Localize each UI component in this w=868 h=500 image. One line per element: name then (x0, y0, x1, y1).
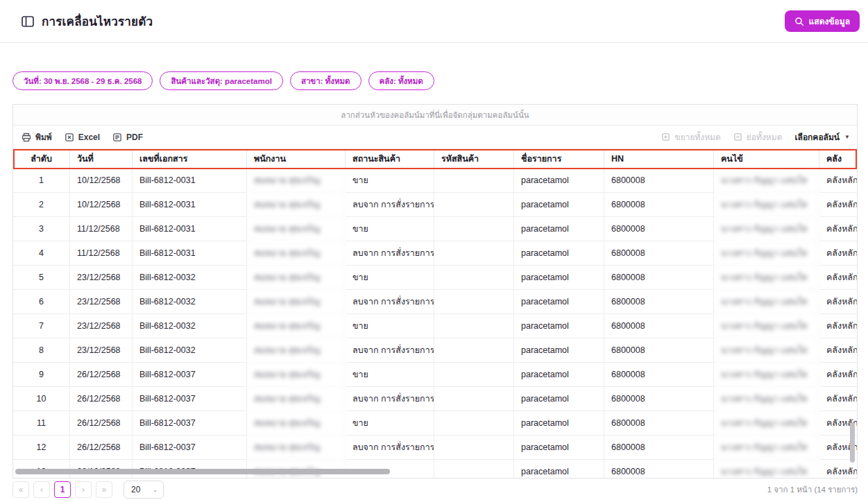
cell-code (434, 387, 514, 411)
cell-no: 3 (13, 217, 70, 241)
cell-warehouse: คลังหลัก (819, 169, 858, 193)
cell-doc-no: Bill-6812-0031 (133, 241, 247, 266)
filter-chip-branch[interactable]: สาขา: ทั้งหมด (290, 71, 361, 90)
cell-doc-no: Bill-6812-0037 (133, 436, 247, 460)
cell-item-name: paracetamol (514, 314, 604, 338)
cell-status: ขาย (346, 411, 434, 436)
cell-code (434, 363, 514, 387)
cell-status: ลบจาก การสั่งรายการ (346, 387, 434, 411)
table-row[interactable]: 12 26/12/2568 Bill-6812-0037 สมหมาย สุขเ… (13, 436, 858, 460)
column-header-doc-no[interactable]: เลขที่เอกสาร (133, 149, 247, 169)
last-page-button[interactable]: » (96, 481, 112, 498)
excel-icon (65, 132, 74, 142)
prev-page-button[interactable]: ‹ (33, 481, 50, 498)
print-button[interactable]: พิมพ์ (22, 130, 52, 144)
column-header-patient[interactable]: คนไข้ (714, 149, 819, 169)
table-row[interactable]: 5 23/12/2568 Bill-6812-0032 สมหมาย สุขเจ… (13, 266, 858, 290)
print-button-label: พิมพ์ (35, 130, 52, 144)
cell-warehouse: คลังหลัก (819, 387, 858, 411)
filter-chip-date[interactable]: วันที่: 30 พ.ย. 2568 - 29 ธ.ค. 2568 (12, 71, 153, 90)
cell-patient: นางสาว กัญญา แสนใส (714, 266, 819, 290)
cell-hn: 6800008 (604, 290, 714, 314)
table-row[interactable]: 11 26/12/2568 Bill-6812-0037 สมหมาย สุขเ… (13, 411, 858, 436)
cell-employee: สมหมาย สุขเจริญ (247, 338, 346, 363)
cell-patient: นางสาว กัญญา แสนใส (714, 338, 819, 363)
table-row[interactable]: 7 23/12/2568 Bill-6812-0032 สมหมาย สุขเจ… (13, 314, 858, 338)
pdf-export-button[interactable]: PDF (112, 132, 143, 142)
cell-date: 11/12/2568 (70, 217, 133, 241)
cell-date: 26/12/2568 (70, 387, 133, 411)
choose-columns-button[interactable]: เลือกคอลัมน์ ▼ (794, 130, 850, 144)
cell-employee: สมหมาย สุขเจริญ (247, 266, 346, 290)
column-header-code[interactable]: รหัสสินค้า (434, 149, 514, 169)
horizontal-scrollbar-thumb[interactable] (15, 469, 390, 474)
table-row[interactable]: 1 10/12/2568 Bill-6812-0031 สมหมาย สุขเจ… (13, 169, 858, 193)
next-page-button[interactable]: › (75, 481, 92, 498)
vertical-scrollbar-thumb[interactable] (850, 422, 855, 463)
cell-no: 7 (13, 314, 70, 338)
cell-no: 6 (13, 290, 70, 314)
table-row[interactable]: 4 11/12/2568 Bill-6812-0031 สมหมาย สุขเจ… (13, 241, 858, 266)
expand-all-icon (661, 132, 670, 141)
chevron-down-icon: ⌄ (153, 487, 158, 493)
collapse-all-button[interactable]: ย่อทั้งหมด (733, 130, 783, 144)
table-row[interactable]: 8 23/12/2568 Bill-6812-0032 สมหมาย สุขเจ… (13, 338, 858, 363)
cell-item-name: paracetamol (514, 338, 604, 363)
cell-doc-no: Bill-6812-0037 (133, 411, 247, 436)
cell-hn: 6800008 (604, 217, 714, 241)
show-data-button-label: แสดงข้อมูล (809, 15, 850, 28)
cell-doc-no: Bill-6812-0031 (133, 217, 247, 241)
cell-status: ขาย (346, 266, 434, 290)
cell-status: ลบจาก การสั่งรายการ (346, 241, 434, 266)
cell-date: 23/12/2568 (70, 338, 133, 363)
cell-status: ลบจาก การสั่งรายการ (346, 338, 434, 363)
cell-warehouse: คลังหลัก (819, 460, 858, 479)
expand-all-button[interactable]: ขยายทั้งหมด (661, 130, 720, 144)
cell-code (434, 290, 514, 314)
cell-status: ลบจาก การสั่งรายการ (346, 193, 434, 217)
column-header-hn[interactable]: HN (604, 149, 714, 169)
column-header-status[interactable]: สถานะสินค้า (346, 149, 434, 169)
cell-employee: สมหมาย สุขเจริญ (247, 217, 346, 241)
cell-hn: 6800008 (604, 411, 714, 436)
column-header-warehouse[interactable]: คลัง (819, 149, 858, 169)
column-header-employee[interactable]: พนักงาน (247, 149, 346, 169)
cell-employee: สมหมาย สุขเจริญ (247, 436, 346, 460)
cell-doc-no: Bill-6812-0032 (133, 290, 247, 314)
page-1-button[interactable]: 1 (54, 481, 71, 498)
page-size-select[interactable]: 20 ⌄ (124, 481, 164, 499)
cell-status: ขาย (346, 314, 434, 338)
first-page-button[interactable]: « (12, 481, 29, 498)
excel-export-button[interactable]: Excel (65, 132, 100, 142)
cell-date: 23/12/2568 (70, 314, 133, 338)
cell-date: 10/12/2568 (70, 169, 133, 193)
cell-hn: 6800008 (604, 193, 714, 217)
cell-employee: สมหมาย สุขเจริญ (247, 193, 346, 217)
table-row[interactable]: 6 23/12/2568 Bill-6812-0032 สมหมาย สุขเจ… (13, 290, 858, 314)
page-title: การเคลื่อนไหวรายตัว (42, 12, 153, 31)
cell-warehouse: คลังหลัก (819, 338, 858, 363)
cell-code (434, 266, 514, 290)
column-header-no[interactable]: ลำดับ (13, 149, 70, 169)
cell-patient: นางสาว กัญญา แสนใส (714, 436, 819, 460)
table-row[interactable]: 3 11/12/2568 Bill-6812-0031 สมหมาย สุขเจ… (13, 217, 858, 241)
table-row[interactable]: 2 10/12/2568 Bill-6812-0031 สมหมาย สุขเจ… (13, 193, 858, 217)
pdf-button-label: PDF (126, 132, 143, 142)
column-header-item-name[interactable]: ชื่อรายการ (514, 149, 604, 169)
cell-hn: 6800008 (604, 241, 714, 266)
cell-status: ลบจาก การสั่งรายการ (346, 290, 434, 314)
table-row[interactable]: 10 26/12/2568 Bill-6812-0037 สมหมาย สุขเ… (13, 387, 858, 411)
show-data-button[interactable]: แสดงข้อมูล (785, 10, 860, 32)
filter-chip-product[interactable]: สินค้าและวัสดุ: paracetamol (160, 71, 282, 90)
cell-hn: 6800008 (604, 169, 714, 193)
cell-patient: นางสาว กัญญา แสนใส (714, 169, 819, 193)
filter-chip-warehouse[interactable]: คลัง: ทั้งหมด (368, 71, 434, 90)
table-row[interactable]: 9 26/12/2568 Bill-6812-0037 สมหมาย สุขเจ… (13, 363, 858, 387)
cell-status: ขาย (346, 169, 434, 193)
column-header-date[interactable]: วันที่ (70, 149, 133, 169)
cell-no: 4 (13, 241, 70, 266)
cell-hn: 6800008 (604, 363, 714, 387)
cell-hn: 6800008 (604, 338, 714, 363)
cell-item-name: paracetamol (514, 217, 604, 241)
cell-patient: นางสาว กัญญา แสนใส (714, 217, 819, 241)
